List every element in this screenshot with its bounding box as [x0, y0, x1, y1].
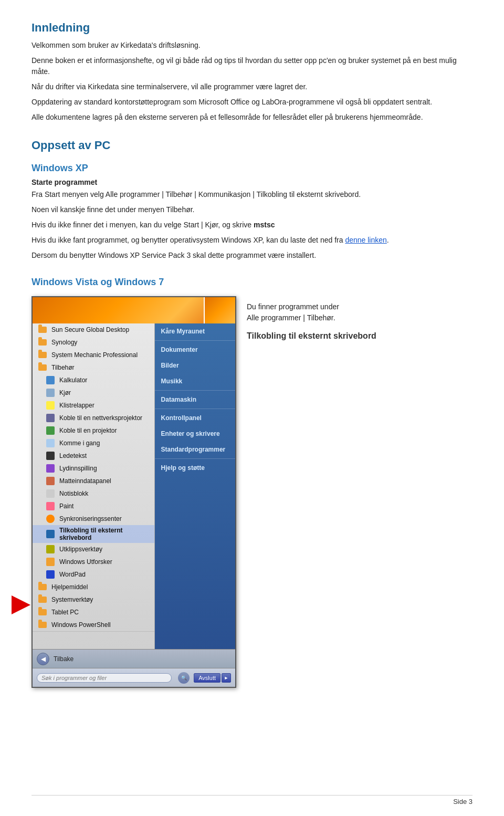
page-number: Side 3 — [453, 798, 472, 805]
menu-item-label: Koble til en projektor — [59, 427, 117, 434]
list-item[interactable]: Utklippsverktøy — [33, 543, 154, 556]
win7-bottom-bar: ◀ Tilbake — [33, 649, 235, 668]
red-arrow-icon — [12, 595, 30, 614]
avslutt-button[interactable]: Avslutt — [194, 673, 220, 683]
menu-item-label: Windows Utforsker — [59, 558, 112, 566]
menu-item-label: Tilkobling til eksternt skrivebord — [59, 527, 149, 541]
list-item[interactable]: System Mechanic Professional — [33, 349, 154, 361]
list-item[interactable]: Windows Utforsker — [33, 556, 154, 568]
screenshot-caption: Du finner programmet under Alle programm… — [247, 296, 472, 347]
intro-p2: Denne boken er et informasjonshefte, og … — [32, 55, 472, 77]
ledtext-icon — [46, 451, 55, 461]
caption-text1: Du finner programmet under — [247, 302, 339, 311]
xp-p4: Hvis du ikke fant programmet, og benytte… — [32, 235, 472, 246]
menu-item-label: Komme i gang — [59, 440, 100, 447]
avslutt-arrow-button[interactable]: ► — [222, 673, 231, 683]
menu-item-label: Lydinnspilling — [59, 465, 97, 472]
list-item[interactable]: Tilbehør — [33, 361, 154, 374]
list-item-highlighted[interactable]: Tilkobling til eksternt skrivebord — [33, 525, 154, 543]
caption-line1: Du finner programmet under Alle programm… — [247, 301, 472, 323]
menu-item-label: Paint — [59, 503, 74, 510]
list-item[interactable]: Matteinndatapanel — [33, 475, 154, 487]
list-item[interactable]: Tablet PC — [33, 606, 154, 619]
menu-item-label: Systemverktøy — [51, 596, 93, 603]
list-item[interactable]: Koble til en nettverksprojektor — [33, 412, 154, 424]
folder-icon — [38, 582, 47, 592]
right-menu-item[interactable]: Kontrollpanel — [155, 410, 235, 426]
intro-p1: Velkommen som bruker av Kirkedata's drif… — [32, 40, 472, 51]
right-menu-item[interactable]: Hjelp og støtte — [155, 460, 235, 476]
list-item[interactable]: Notisblokk — [33, 487, 154, 500]
search-icon: 🔍 — [181, 675, 187, 681]
intro-p3: Når du drifter via Kirkedata sine termin… — [32, 81, 472, 92]
right-menu-item[interactable]: Standardprogrammer — [155, 442, 235, 457]
list-item[interactable]: Paint — [33, 500, 154, 512]
win7-menu-body: Sun Secure Global Desktop Synology Syste… — [33, 323, 235, 649]
search-button[interactable]: 🔍 — [178, 672, 190, 684]
windows-vista-subtitle: Windows Vista og Windows 7 — [32, 277, 472, 288]
list-item[interactable]: Synkroniseringssenter — [33, 512, 154, 525]
starte-programmet-label: Starte programmet — [32, 177, 472, 188]
list-item[interactable]: Kalkulator — [33, 374, 154, 386]
menu-item-label: Tablet PC — [51, 609, 79, 616]
list-item[interactable]: Hjelpemiddel — [33, 581, 154, 593]
page-footer: Side 3 — [32, 795, 472, 805]
folder-icon — [38, 350, 47, 360]
clip-icon — [46, 545, 55, 554]
list-item[interactable]: Ledetekst — [33, 449, 154, 462]
caption-bold-text: Tilkobling til eksternt skrivebord — [247, 330, 472, 342]
right-menu-item[interactable]: Bilder — [155, 358, 235, 373]
folder-icon — [38, 363, 47, 372]
list-item[interactable]: Systemverktøy — [33, 593, 154, 606]
win7-back-button[interactable]: ◀ — [37, 653, 49, 665]
right-menu-item[interactable]: Enheter og skrivere — [155, 426, 235, 442]
right-menu-item[interactable]: Kåre Myraunet — [155, 323, 235, 339]
menu-item-label: Matteinndatapanel — [59, 477, 111, 485]
menu-item-label: WordPad — [59, 571, 86, 578]
intro-p4: Oppdatering av standard kontorstøtteprog… — [32, 97, 472, 108]
folder-icon — [38, 608, 47, 617]
xp-p3-text1: Hvis du ikke finner det i menyen, kan du… — [32, 221, 254, 229]
win7-right-panel: Kåre Myraunet Dokumenter Bilder Musikk D… — [155, 323, 235, 649]
projector2-icon — [46, 426, 55, 435]
caption-text2: Alle programmer | Tilbehør. — [247, 313, 335, 322]
menu-item-label: System Mechanic Professional — [51, 351, 138, 359]
folder-icon — [38, 338, 47, 347]
list-item[interactable]: Synology — [33, 336, 154, 349]
folder-icon — [38, 595, 47, 604]
menu-item-label: Synkroniseringssenter — [59, 515, 122, 522]
menu-item-label: Windows PowerShell — [51, 621, 111, 629]
right-menu-item[interactable]: Musikk — [155, 373, 235, 389]
list-item[interactable]: Komme i gang — [33, 437, 154, 449]
list-item[interactable]: WordPad — [33, 568, 154, 581]
remote-icon — [46, 529, 55, 539]
xp-p5: Dersom du benytter Windows XP Service Pa… — [32, 250, 472, 261]
xp-p4-period: . — [387, 236, 389, 244]
list-item[interactable]: Lydinnspilling — [33, 462, 154, 475]
intro-section: Innledning Velkommen som bruker av Kirke… — [32, 21, 472, 123]
help-icon — [46, 438, 55, 448]
list-item[interactable]: Sun Secure Global Desktop — [33, 323, 154, 336]
list-item[interactable]: Kjør — [33, 386, 154, 399]
menu-item-label: Notisblokk — [59, 490, 88, 497]
denne-linken-link[interactable]: denne linken — [345, 236, 386, 244]
oppsett-section: Oppsett av PC — [32, 139, 472, 152]
run-icon — [46, 388, 55, 397]
menu-item-label: Klistrelapper — [59, 402, 94, 409]
xp-p2: Noen vil kanskje finne det under menyen … — [32, 204, 472, 215]
right-menu-item[interactable]: Dokumenter — [155, 342, 235, 358]
win7-wallpaper-bar — [33, 297, 235, 323]
mstsc-text: mstsc — [254, 221, 275, 229]
menu-item-label: Kalkulator — [59, 376, 87, 384]
list-item[interactable]: Windows PowerShell — [33, 619, 154, 631]
notepad-icon — [46, 489, 55, 498]
list-item[interactable]: Koble til en projektor — [33, 424, 154, 437]
explorer-icon — [46, 557, 55, 567]
win7-tilbake-label: Tilbake — [54, 655, 74, 663]
search-input[interactable] — [37, 673, 172, 683]
list-item[interactable]: Klistrelapper — [33, 399, 154, 412]
win7-left-panel: Sun Secure Global Desktop Synology Syste… — [33, 323, 155, 649]
sticky-icon — [46, 401, 55, 410]
right-menu-item[interactable]: Datamaskin — [155, 392, 235, 407]
screenshot-container: Sun Secure Global Desktop Synology Syste… — [32, 296, 236, 688]
